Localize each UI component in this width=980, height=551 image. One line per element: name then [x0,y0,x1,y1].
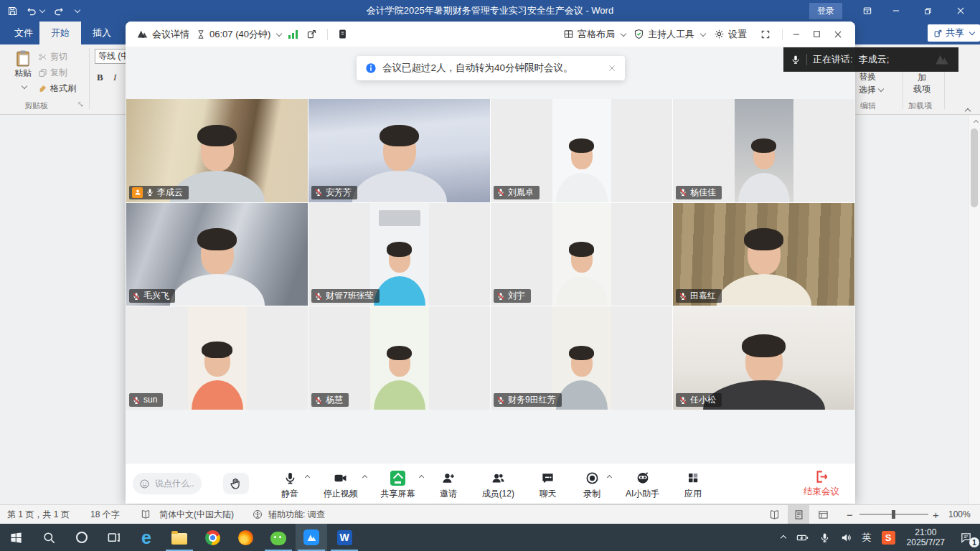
meeting-close-button[interactable] [833,22,843,47]
print-layout-button[interactable] [788,505,809,524]
collapse-ribbon-button[interactable] [963,102,970,115]
cut-button[interactable]: 剪切 [38,51,67,63]
video-tile[interactable]: 杨慧 [308,306,490,410]
word-close-button[interactable] [948,0,973,22]
tab-insert[interactable]: 插入 [81,22,123,44]
bold-button[interactable]: B [97,72,103,83]
network-signal-icon[interactable] [288,22,298,47]
video-tile[interactable]: 任小松 [673,306,854,410]
word-restore-button[interactable] [915,0,940,22]
login-button[interactable]: 登录 [809,3,842,19]
proofing-icon[interactable] [141,505,151,524]
word-count[interactable]: 18 个字 [90,505,120,524]
word-vertical-scrollbar[interactable] [968,116,980,504]
video-options-chevron[interactable] [362,475,367,480]
members-button[interactable]: 成员(12) [482,470,514,501]
taskbar-wechat-icon[interactable] [263,524,294,551]
invite-button[interactable]: 邀请 [438,470,459,501]
taskbar-chrome-icon[interactable] [197,524,228,551]
replace-button[interactable]: 替换 [859,71,876,83]
chat-input-pill[interactable] [133,473,202,494]
record-options-chevron[interactable] [607,475,612,480]
zoom-in-button[interactable]: + [933,505,939,524]
host-tools-button[interactable]: 主持人工具 [633,22,705,47]
stop-video-button[interactable]: 停止视频 [324,470,358,501]
chat-button[interactable]: 聊天 [537,470,559,501]
start-button[interactable] [0,524,32,551]
scroll-up-icon[interactable] [969,116,980,127]
taskbar-word-icon[interactable] [329,524,360,551]
zoom-out-button[interactable]: − [847,505,853,524]
taskbar-meeting-icon[interactable] [296,524,327,551]
search-button[interactable] [33,524,65,551]
web-layout-button[interactable] [818,505,829,524]
share-options-chevron[interactable] [419,475,424,480]
raise-hand-button[interactable] [223,473,249,494]
grid-layout-button[interactable]: 宫格布局 [563,22,626,47]
paste-button[interactable]: 粘贴 [10,49,36,93]
share-screen-button[interactable]: 共享屏幕 [380,470,415,501]
meeting-minimize-button[interactable] [791,22,801,47]
meeting-docs-icon[interactable] [337,22,348,47]
open-in-new-icon[interactable] [306,22,317,47]
format-painter-button[interactable]: 格式刷 [38,83,76,95]
video-tile[interactable]: 安芳芳 [308,99,490,202]
taskbar-edge-icon[interactable] [131,524,162,551]
word-minimize-button[interactable] [884,0,908,22]
settings-button[interactable]: 设置 [714,22,747,47]
action-center-button[interactable]: 1 [951,524,980,551]
video-tile[interactable]: 刘胤卓 [491,99,672,202]
tab-home[interactable]: 开始 [39,22,81,44]
tray-mic-icon[interactable] [814,524,835,551]
video-tile[interactable]: sun [126,306,308,410]
copy-button[interactable]: 复制 [38,67,67,79]
accessibility-icon[interactable] [253,505,263,524]
sogou-icon[interactable] [877,524,900,551]
smile-icon[interactable] [139,479,150,489]
end-meeting-button[interactable]: 结束会议 [804,470,839,498]
apps-button[interactable]: 应用 [682,470,704,501]
fullscreen-icon[interactable] [760,22,771,47]
video-tile[interactable]: 毛兴飞 [126,203,308,306]
task-view-button[interactable] [98,524,129,551]
ribbon-display-options-button[interactable] [855,0,880,22]
tab-file[interactable]: 文件 [3,22,44,44]
meeting-timer[interactable]: 06:07 (40分钟) [196,22,281,47]
meeting-details-button[interactable]: 会议详情 [136,22,189,47]
ime-indicator[interactable]: 英 [857,524,877,551]
page-indicator[interactable]: 第 1 页，共 1 页 [7,505,70,524]
record-button[interactable]: 录制 [581,470,603,501]
zoom-percentage[interactable]: 100% [948,505,971,524]
taskbar-firefox-icon[interactable] [230,524,261,551]
speaking-indicator-bar: 正在讲话: 李成云; [783,47,958,72]
select-button[interactable]: 选择 [859,84,883,96]
language-indicator[interactable]: 简体中文(中国大陆) [159,505,234,524]
accessibility-status[interactable]: 辅助功能: 调查 [268,505,325,524]
ai-assistant-button[interactable]: AI小助手 [626,470,659,501]
video-tile[interactable]: 田嘉红 [673,203,854,306]
video-tile[interactable]: 杨佳佳 [673,99,854,202]
taskbar-file-explorer-icon[interactable] [164,524,195,551]
zoom-slider-thumb[interactable] [892,510,895,519]
clipboard-dialog-launcher[interactable] [77,101,84,108]
video-tile[interactable]: 财务9田红芳 [491,306,672,410]
meeting-maximize-button[interactable] [812,22,821,47]
video-tile[interactable]: 李成云 [126,99,308,202]
taskbar-clock[interactable]: 21:00 2025/7/27 [900,524,951,551]
hidden-icons-chevron[interactable] [773,524,791,551]
cortana-button[interactable] [66,524,98,551]
banner-close-icon[interactable] [608,64,616,72]
mute-options-chevron[interactable] [305,475,310,480]
add-ins-button[interactable]: 加 载项 [908,72,936,95]
volume-icon[interactable] [835,524,857,551]
mute-button[interactable]: 静音 [279,470,301,501]
video-tile[interactable]: 刘宇 [491,203,672,306]
scrollbar-thumb[interactable] [971,128,978,207]
video-tile[interactable]: 财管7班张莹 [308,203,490,306]
apps-icon [687,470,699,486]
word-share-button[interactable]: 共享 [928,24,980,42]
battery-icon[interactable] [791,524,814,551]
italic-button[interactable]: I [113,72,116,83]
read-mode-button[interactable] [769,505,780,524]
chat-input[interactable] [154,478,195,489]
